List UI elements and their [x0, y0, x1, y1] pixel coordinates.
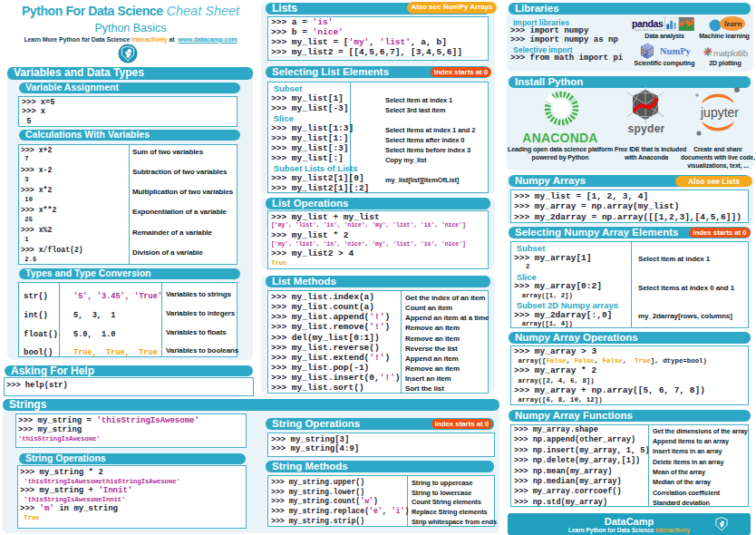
svg-text:learn: learn — [724, 19, 742, 28]
svg-text:jupyter: jupyter — [700, 105, 739, 120]
